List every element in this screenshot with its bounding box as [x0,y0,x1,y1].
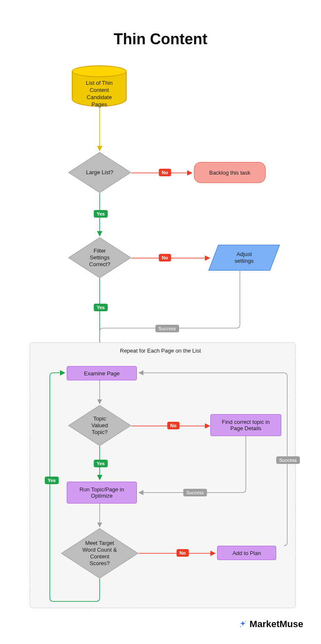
loop-title: Repeat for Each Page on the List [120,348,201,354]
node-process-find-topic: Find correct topic in Page Details [210,414,281,436]
edge-large-no-label: No [159,169,171,176]
edge-large-yes-label: Yes [94,210,108,218]
node-decision-topic: Topic Valued Topic? [68,405,131,446]
node-process-examine: Examine Page [67,366,137,380]
node-terminator-backlog-label: Backlog this task [209,170,250,176]
node-database-label: List of Thin Content Candidate Pages [72,80,127,108]
node-decision-topic-label: Topic Valued Topic? [68,405,131,446]
node-decision-large-list: Large List? [68,152,131,193]
node-io-adjust-label: Adjust settings [208,245,280,271]
edge-meet-no-label: No [177,549,189,557]
edge-topic-no-label: No [167,422,180,429]
node-process-examine-label: Examine Page [84,370,120,377]
edge-filter-yes-label: Yes [94,304,108,311]
node-terminator-backlog: Backlog this task [194,162,266,183]
edge-topic-yes-label: Yes [94,460,108,467]
edge-meet-yes-label: Yes [45,477,59,484]
diagram-title: Thin Content [0,30,321,48]
edge-adjust-success-label: Success [155,325,179,332]
node-process-optimize-label: Run Topic/Page in Optimize [79,486,124,499]
node-decision-filter-label: Filter Settings Correct? [68,237,131,278]
node-process-add-plan-label: Add to Plan [232,550,261,556]
node-decision-filter: Filter Settings Correct? [68,237,131,278]
node-process-add-plan: Add to Plan [217,546,276,560]
svg-point-16 [245,621,246,622]
node-decision-large-list-label: Large List? [68,152,131,193]
edge-filter-no [131,257,212,259]
node-io-adjust: Adjust settings [208,245,280,271]
edge-addplan-success-label: Success [276,456,300,464]
brand-logo: MarketMuse [239,619,303,630]
node-process-find-topic-label: Find correct topic in Page Details [222,419,269,431]
node-process-optimize: Run Topic/Page in Optimize [67,482,137,504]
node-decision-meet-target-label: Meet Target Word Count & Content Scores? [61,528,139,579]
brand-name: MarketMuse [250,619,303,630]
edge-db-to-large [99,107,101,153]
flow-diagram: Thin Content List of Thin Content Candid… [0,0,321,644]
sparkle-icon [239,620,247,628]
edge-find-success-label: Success [183,489,207,496]
svg-point-15 [240,626,241,627]
node-database: List of Thin Content Candidate Pages [72,65,127,107]
node-decision-meet-target: Meet Target Word Count & Content Scores? [61,528,139,579]
edge-filter-no-label: No [159,254,171,261]
